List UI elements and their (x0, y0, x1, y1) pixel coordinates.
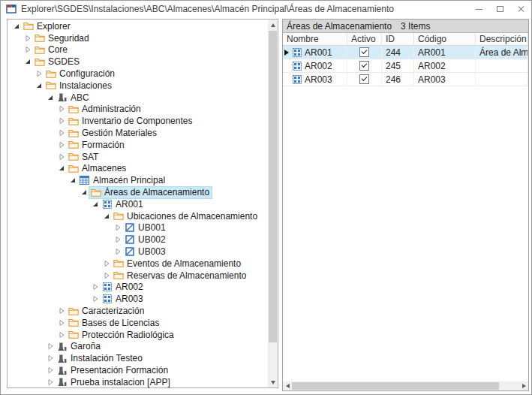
tree-item--reas-de-almacenamiento[interactable]: Áreas de Almacenamiento (8, 186, 268, 198)
table-row[interactable]: AR001244AR001Área de Almacenamiento (283, 46, 528, 59)
tree-item-ar002[interactable]: AR002 (8, 282, 268, 294)
expand-icon[interactable] (89, 282, 101, 294)
tree-item-abc[interactable]: ABC (8, 92, 268, 104)
folder-icon (113, 258, 124, 268)
expand-icon[interactable] (56, 127, 67, 139)
collapse-icon[interactable] (101, 210, 112, 222)
minimize-button[interactable] (468, 1, 489, 17)
expand-icon[interactable] (101, 258, 112, 270)
tree-item-ubicaciones-de-almacenamiento[interactable]: Ubicaciones de Almacenamiento (8, 210, 268, 222)
collapse-icon[interactable] (78, 186, 89, 198)
collapse-icon[interactable] (11, 20, 22, 32)
collapse-icon[interactable] (89, 198, 101, 210)
activo-checkbox-checked[interactable] (359, 74, 369, 84)
tree-item-ub002[interactable]: UB002 (8, 234, 268, 246)
expand-icon[interactable] (44, 352, 56, 364)
scroll-up-button[interactable] (268, 20, 278, 30)
app-window: Explorer\SGDES\Instalaciones\ABC\Almacen… (0, 0, 532, 395)
tree-item-eventos-de-almacenamiento[interactable]: Eventos de Almacenamiento (8, 258, 268, 270)
expand-icon[interactable] (44, 364, 56, 376)
tree-item-bases-de-licencias[interactable]: Bases de Licencias (8, 317, 268, 329)
tree-item-ub003[interactable]: UB003 (8, 246, 268, 258)
tree-item-almac-n-principal[interactable]: Almacén Principal (8, 174, 268, 186)
collapse-icon[interactable] (44, 92, 56, 104)
tree-node-content: Administración (67, 104, 143, 115)
tree-item-sat[interactable]: SAT (8, 151, 268, 163)
column-header-codigo[interactable]: Código (414, 33, 476, 45)
scroll-down-button[interactable] (268, 377, 278, 387)
cell-nombre[interactable]: AR002 (283, 59, 347, 72)
tree-item-seguridad[interactable]: Seguridad (8, 32, 268, 44)
cell-nombre[interactable]: AR003 (283, 73, 347, 86)
expand-icon[interactable] (112, 246, 123, 258)
tree-item-ar001[interactable]: AR001 (8, 198, 268, 210)
cell-activo[interactable] (347, 46, 382, 59)
tree-item-label: Prueba instalacion [APP] (71, 377, 170, 387)
expand-icon[interactable] (112, 234, 123, 246)
expand-icon[interactable] (56, 305, 67, 317)
expand-icon[interactable] (44, 376, 56, 387)
collapse-icon[interactable] (67, 174, 78, 186)
tree-item-sgdes[interactable]: SGDES (8, 56, 268, 68)
cell-nombre[interactable]: AR001 (283, 46, 347, 59)
scrollbar-thumb[interactable] (269, 31, 277, 342)
collapse-icon[interactable] (22, 56, 33, 68)
tree-item-prueba-instalacion-app-[interactable]: Prueba instalacion [APP] (8, 376, 268, 387)
tree-item-presentaci-n-formaci-n[interactable]: Presentación Formación (8, 364, 268, 376)
collapse-icon[interactable] (33, 80, 44, 92)
tree-node-content: SAT (67, 151, 101, 162)
expand-icon[interactable] (89, 293, 101, 305)
scroll-left-button[interactable] (283, 381, 292, 390)
cell-descripcion: Área de Almacenamiento (476, 46, 528, 59)
table-row[interactable]: AR003246AR003 (283, 73, 528, 86)
close-button[interactable] (510, 1, 531, 17)
column-header-descripcion[interactable]: Descripción (476, 33, 528, 45)
tree-vertical-scrollbar[interactable] (268, 20, 278, 387)
collapse-icon[interactable] (56, 163, 67, 175)
expand-icon[interactable] (33, 68, 44, 80)
scrollbar-thumb[interactable] (292, 382, 499, 390)
expand-icon[interactable] (56, 329, 67, 341)
tree-item-inventario-de-componentes[interactable]: Inventario de Componentes (8, 115, 268, 127)
tree-item-garo-a[interactable]: Garoña (8, 341, 268, 353)
tree-item-label: Instalaciones (59, 80, 112, 91)
grid-horizontal-scrollbar[interactable] (283, 381, 528, 390)
tree-item-instalaci-n-testeo[interactable]: Instalación Testeo (8, 352, 268, 364)
tree-item-instalaciones[interactable]: Instalaciones (8, 80, 268, 92)
expand-icon[interactable] (22, 32, 33, 44)
expand-icon[interactable] (44, 341, 56, 353)
activo-checkbox-checked[interactable] (359, 61, 369, 71)
tree-item-protecci-n-radiol-gica[interactable]: Protección Radiológica (8, 329, 268, 341)
expand-icon[interactable] (112, 222, 123, 234)
tree-item-caracterizaci-n[interactable]: Caracterización (8, 305, 268, 317)
tree-item-explorer[interactable]: Explorer (8, 20, 268, 32)
expand-icon[interactable] (56, 115, 67, 127)
cell-activo[interactable] (347, 59, 382, 72)
tree-item-gesti-n-materiales[interactable]: Gestión Materiales (8, 127, 268, 139)
table-row[interactable]: AR002245AR002 (283, 59, 528, 73)
tree-item-administraci-n[interactable]: Administración (8, 104, 268, 116)
expand-icon[interactable] (101, 270, 112, 282)
tree-item-label: AR003 (116, 294, 143, 304)
column-header-activo[interactable]: Activo (347, 33, 382, 45)
tree-item-ub001[interactable]: UB001 (8, 222, 268, 234)
tree-node-content: Presentación Formación (56, 365, 170, 376)
tree-item-reservas-de-almacenamiento[interactable]: Reservas de Almacenamiento (8, 270, 268, 282)
tree-item-core[interactable]: Core (8, 44, 268, 56)
tree-view: ExplorerSeguridadCoreSGDESConfiguraciónI… (8, 20, 268, 387)
column-header-nombre[interactable]: Nombre (283, 33, 347, 45)
expand-icon[interactable] (56, 139, 67, 151)
tree-item-ar003[interactable]: AR003 (8, 293, 268, 305)
maximize-button[interactable] (489, 1, 510, 17)
activo-checkbox-checked[interactable] (359, 47, 369, 57)
cell-activo[interactable] (347, 73, 382, 86)
tree-item-almacenes[interactable]: Almacenes (8, 163, 268, 175)
expand-icon[interactable] (56, 151, 67, 163)
scroll-right-button[interactable] (519, 381, 528, 390)
tree-item-configuraci-n[interactable]: Configuración (8, 68, 268, 80)
column-header-id[interactable]: ID (382, 33, 414, 45)
tree-item-formaci-n[interactable]: Formación (8, 139, 268, 151)
expand-icon[interactable] (22, 44, 33, 56)
expand-icon[interactable] (56, 104, 67, 116)
expand-icon[interactable] (56, 317, 67, 329)
